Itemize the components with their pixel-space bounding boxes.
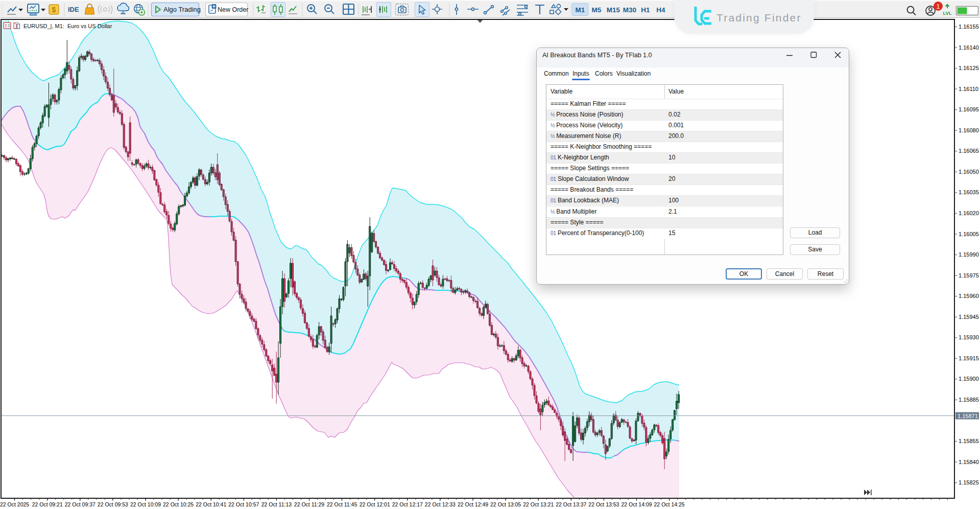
svg-text:22 Oct 2025: 22 Oct 2025 (0, 501, 29, 507)
svg-text:M1: M1 (576, 6, 585, 14)
svg-text:M15: M15 (607, 6, 620, 14)
svg-text:1.15825: 1.15825 (959, 479, 979, 485)
svg-text:22 Oct 10:57: 22 Oct 10:57 (228, 501, 259, 507)
svg-text:22 Oct 11:29: 22 Oct 11:29 (294, 501, 325, 507)
svg-text:1.16125: 1.16125 (959, 65, 979, 71)
svg-text:22 Oct 10:41: 22 Oct 10:41 (196, 501, 226, 507)
svg-text:22 Oct 09:53: 22 Oct 09:53 (98, 501, 128, 507)
svg-text:1.15960: 1.15960 (959, 293, 979, 299)
svg-text:22 Oct 13:53: 22 Oct 13:53 (588, 501, 619, 507)
svg-text:1.15840: 1.15840 (959, 459, 979, 465)
svg-text:1.16020: 1.16020 (959, 210, 979, 216)
svg-text:1.15990: 1.15990 (959, 251, 979, 258)
svg-text:Trading Finder: Trading Finder (716, 12, 802, 24)
svg-text:$: $ (52, 6, 56, 14)
svg-text:22 Oct 09:21: 22 Oct 09:21 (32, 501, 63, 507)
svg-text:22 Oct 12:33: 22 Oct 12:33 (425, 501, 456, 507)
svg-text:22 Oct 11:13: 22 Oct 11:13 (261, 501, 292, 507)
svg-text:22 Oct 09:37: 22 Oct 09:37 (65, 501, 95, 507)
svg-text:1.16005: 1.16005 (959, 231, 979, 237)
svg-text:1.15855: 1.15855 (959, 438, 979, 444)
svg-text:22 Oct 14:25: 22 Oct 14:25 (654, 501, 685, 507)
svg-text:1.16035: 1.16035 (959, 189, 979, 195)
svg-text:22 Oct 13:21: 22 Oct 13:21 (523, 501, 554, 507)
svg-text:1.16140: 1.16140 (959, 44, 979, 51)
svg-text:M5: M5 (592, 6, 602, 14)
svg-text:22 Oct 13:37: 22 Oct 13:37 (556, 501, 586, 507)
svg-text:22 Oct 11:45: 22 Oct 11:45 (327, 501, 357, 507)
svg-text:LVL: LVL (943, 10, 951, 16)
svg-text:H1: H1 (641, 6, 650, 14)
svg-text:1.16065: 1.16065 (959, 148, 979, 154)
svg-text:Algo Trading: Algo Trading (163, 6, 201, 13)
svg-text:1.16155: 1.16155 (959, 24, 979, 30)
svg-text:M30: M30 (623, 6, 636, 14)
svg-text:1.15975: 1.15975 (959, 272, 979, 279)
svg-text:1.15915: 1.15915 (959, 355, 979, 361)
svg-text:IDE: IDE (68, 6, 79, 13)
svg-text:1.15945: 1.15945 (959, 314, 979, 320)
svg-text:1.15871: 1.15871 (958, 413, 978, 419)
svg-text:1.16110: 1.16110 (959, 86, 978, 92)
svg-text:1.15900: 1.15900 (959, 376, 979, 382)
svg-text:22 Oct 13:05: 22 Oct 13:05 (490, 501, 521, 507)
svg-text:1.16080: 1.16080 (959, 127, 979, 133)
svg-text:22 Oct 14:09: 22 Oct 14:09 (621, 501, 652, 507)
svg-text:H4: H4 (656, 6, 665, 14)
svg-text:1.15885: 1.15885 (959, 397, 979, 403)
svg-text:New Order: New Order (218, 6, 248, 13)
svg-text:1.15930: 1.15930 (959, 334, 979, 340)
svg-text:1.16095: 1.16095 (959, 106, 979, 112)
svg-text:22 Oct 10:09: 22 Oct 10:09 (130, 501, 161, 507)
svg-text:22 Oct 12:01: 22 Oct 12:01 (360, 501, 390, 507)
svg-text:1.16050: 1.16050 (959, 169, 979, 175)
svg-text:EURUSD_|, M1: Euro vs US Doll: EURUSD_|, M1: Euro vs US Dollar (23, 23, 112, 29)
svg-text:22 Oct 12:49: 22 Oct 12:49 (458, 501, 488, 507)
svg-text:1: 1 (937, 3, 940, 10)
svg-text:22 Oct 12:17: 22 Oct 12:17 (392, 501, 423, 507)
svg-text:22 Oct 10:25: 22 Oct 10:25 (163, 501, 194, 507)
